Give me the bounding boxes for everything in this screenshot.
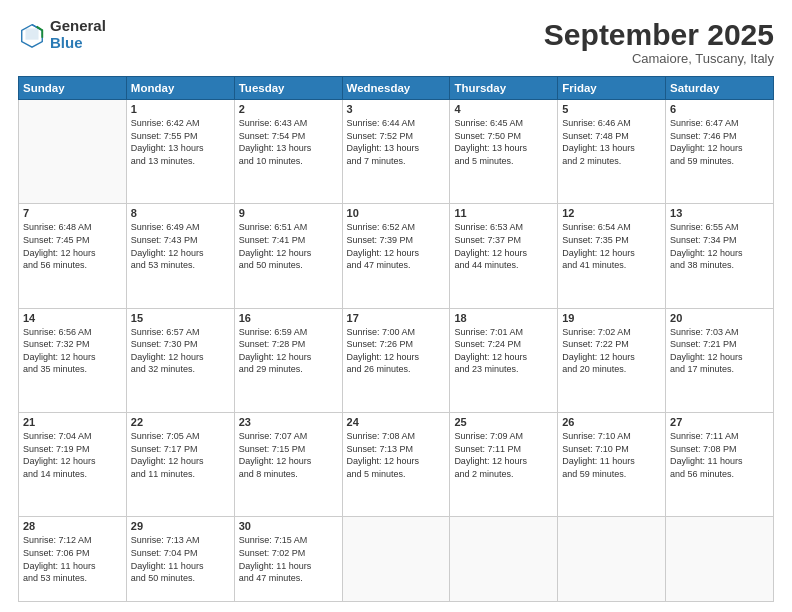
cell-details: Sunrise: 6:51 AMSunset: 7:41 PMDaylight:… xyxy=(239,221,338,271)
title-block: September 2025 Camaiore, Tuscany, Italy xyxy=(544,18,774,66)
location-subtitle: Camaiore, Tuscany, Italy xyxy=(544,51,774,66)
calendar-cell xyxy=(19,100,127,204)
calendar-cell: 10Sunrise: 6:52 AMSunset: 7:39 PMDayligh… xyxy=(342,204,450,308)
page: General Blue September 2025 Camaiore, Tu… xyxy=(0,0,792,612)
cell-details: Sunrise: 6:46 AMSunset: 7:48 PMDaylight:… xyxy=(562,117,661,167)
day-number: 27 xyxy=(670,416,769,428)
cell-details: Sunrise: 6:54 AMSunset: 7:35 PMDaylight:… xyxy=(562,221,661,271)
calendar-cell: 6Sunrise: 6:47 AMSunset: 7:46 PMDaylight… xyxy=(666,100,774,204)
calendar-cell: 24Sunrise: 7:08 AMSunset: 7:13 PMDayligh… xyxy=(342,412,450,516)
day-number: 15 xyxy=(131,312,230,324)
cell-details: Sunrise: 7:05 AMSunset: 7:17 PMDaylight:… xyxy=(131,430,230,480)
cell-details: Sunrise: 7:03 AMSunset: 7:21 PMDaylight:… xyxy=(670,326,769,376)
cell-details: Sunrise: 6:47 AMSunset: 7:46 PMDaylight:… xyxy=(670,117,769,167)
calendar-cell: 30Sunrise: 7:15 AMSunset: 7:02 PMDayligh… xyxy=(234,517,342,602)
cell-details: Sunrise: 6:56 AMSunset: 7:32 PMDaylight:… xyxy=(23,326,122,376)
day-number: 11 xyxy=(454,207,553,219)
day-number: 10 xyxy=(347,207,446,219)
week-row-4: 28Sunrise: 7:12 AMSunset: 7:06 PMDayligh… xyxy=(19,517,774,602)
day-number: 26 xyxy=(562,416,661,428)
cell-details: Sunrise: 6:43 AMSunset: 7:54 PMDaylight:… xyxy=(239,117,338,167)
day-number: 9 xyxy=(239,207,338,219)
cell-details: Sunrise: 6:42 AMSunset: 7:55 PMDaylight:… xyxy=(131,117,230,167)
day-number: 29 xyxy=(131,520,230,532)
calendar-cell: 23Sunrise: 7:07 AMSunset: 7:15 PMDayligh… xyxy=(234,412,342,516)
logo-text: General Blue xyxy=(50,18,106,51)
day-number: 18 xyxy=(454,312,553,324)
day-number: 7 xyxy=(23,207,122,219)
calendar-cell xyxy=(666,517,774,602)
cell-details: Sunrise: 6:48 AMSunset: 7:45 PMDaylight:… xyxy=(23,221,122,271)
days-header-row: SundayMondayTuesdayWednesdayThursdayFrid… xyxy=(19,77,774,100)
week-row-3: 21Sunrise: 7:04 AMSunset: 7:19 PMDayligh… xyxy=(19,412,774,516)
calendar-cell: 8Sunrise: 6:49 AMSunset: 7:43 PMDaylight… xyxy=(126,204,234,308)
day-number: 21 xyxy=(23,416,122,428)
cell-details: Sunrise: 7:00 AMSunset: 7:26 PMDaylight:… xyxy=(347,326,446,376)
calendar-cell: 26Sunrise: 7:10 AMSunset: 7:10 PMDayligh… xyxy=(558,412,666,516)
day-number: 13 xyxy=(670,207,769,219)
cell-details: Sunrise: 7:10 AMSunset: 7:10 PMDaylight:… xyxy=(562,430,661,480)
calendar-cell: 20Sunrise: 7:03 AMSunset: 7:21 PMDayligh… xyxy=(666,308,774,412)
cell-details: Sunrise: 6:44 AMSunset: 7:52 PMDaylight:… xyxy=(347,117,446,167)
calendar-cell: 5Sunrise: 6:46 AMSunset: 7:48 PMDaylight… xyxy=(558,100,666,204)
cell-details: Sunrise: 7:11 AMSunset: 7:08 PMDaylight:… xyxy=(670,430,769,480)
day-header-monday: Monday xyxy=(126,77,234,100)
calendar-cell: 1Sunrise: 6:42 AMSunset: 7:55 PMDaylight… xyxy=(126,100,234,204)
day-number: 12 xyxy=(562,207,661,219)
calendar-cell: 11Sunrise: 6:53 AMSunset: 7:37 PMDayligh… xyxy=(450,204,558,308)
day-number: 19 xyxy=(562,312,661,324)
calendar-cell: 3Sunrise: 6:44 AMSunset: 7:52 PMDaylight… xyxy=(342,100,450,204)
day-header-tuesday: Tuesday xyxy=(234,77,342,100)
calendar-cell xyxy=(342,517,450,602)
day-header-friday: Friday xyxy=(558,77,666,100)
cell-details: Sunrise: 6:52 AMSunset: 7:39 PMDaylight:… xyxy=(347,221,446,271)
calendar-cell xyxy=(558,517,666,602)
cell-details: Sunrise: 7:13 AMSunset: 7:04 PMDaylight:… xyxy=(131,534,230,584)
day-header-wednesday: Wednesday xyxy=(342,77,450,100)
cell-details: Sunrise: 6:59 AMSunset: 7:28 PMDaylight:… xyxy=(239,326,338,376)
day-number: 5 xyxy=(562,103,661,115)
calendar-cell: 22Sunrise: 7:05 AMSunset: 7:17 PMDayligh… xyxy=(126,412,234,516)
month-title: September 2025 xyxy=(544,18,774,51)
calendar-cell: 18Sunrise: 7:01 AMSunset: 7:24 PMDayligh… xyxy=(450,308,558,412)
day-number: 4 xyxy=(454,103,553,115)
cell-details: Sunrise: 7:12 AMSunset: 7:06 PMDaylight:… xyxy=(23,534,122,584)
calendar-cell: 4Sunrise: 6:45 AMSunset: 7:50 PMDaylight… xyxy=(450,100,558,204)
calendar-cell: 29Sunrise: 7:13 AMSunset: 7:04 PMDayligh… xyxy=(126,517,234,602)
calendar-cell: 16Sunrise: 6:59 AMSunset: 7:28 PMDayligh… xyxy=(234,308,342,412)
header: General Blue September 2025 Camaiore, Tu… xyxy=(18,18,774,66)
calendar-cell: 28Sunrise: 7:12 AMSunset: 7:06 PMDayligh… xyxy=(19,517,127,602)
day-number: 28 xyxy=(23,520,122,532)
day-number: 25 xyxy=(454,416,553,428)
calendar-table: SundayMondayTuesdayWednesdayThursdayFrid… xyxy=(18,76,774,602)
cell-details: Sunrise: 6:45 AMSunset: 7:50 PMDaylight:… xyxy=(454,117,553,167)
cell-details: Sunrise: 7:01 AMSunset: 7:24 PMDaylight:… xyxy=(454,326,553,376)
day-header-thursday: Thursday xyxy=(450,77,558,100)
calendar-cell: 25Sunrise: 7:09 AMSunset: 7:11 PMDayligh… xyxy=(450,412,558,516)
day-number: 22 xyxy=(131,416,230,428)
day-number: 14 xyxy=(23,312,122,324)
logo-icon xyxy=(18,21,46,49)
calendar-cell: 12Sunrise: 6:54 AMSunset: 7:35 PMDayligh… xyxy=(558,204,666,308)
calendar-cell: 7Sunrise: 6:48 AMSunset: 7:45 PMDaylight… xyxy=(19,204,127,308)
cell-details: Sunrise: 6:55 AMSunset: 7:34 PMDaylight:… xyxy=(670,221,769,271)
cell-details: Sunrise: 7:07 AMSunset: 7:15 PMDaylight:… xyxy=(239,430,338,480)
cell-details: Sunrise: 7:04 AMSunset: 7:19 PMDaylight:… xyxy=(23,430,122,480)
day-number: 8 xyxy=(131,207,230,219)
calendar-cell: 15Sunrise: 6:57 AMSunset: 7:30 PMDayligh… xyxy=(126,308,234,412)
cell-details: Sunrise: 7:08 AMSunset: 7:13 PMDaylight:… xyxy=(347,430,446,480)
day-number: 2 xyxy=(239,103,338,115)
day-number: 23 xyxy=(239,416,338,428)
calendar-cell: 13Sunrise: 6:55 AMSunset: 7:34 PMDayligh… xyxy=(666,204,774,308)
week-row-0: 1Sunrise: 6:42 AMSunset: 7:55 PMDaylight… xyxy=(19,100,774,204)
week-row-1: 7Sunrise: 6:48 AMSunset: 7:45 PMDaylight… xyxy=(19,204,774,308)
calendar-cell: 19Sunrise: 7:02 AMSunset: 7:22 PMDayligh… xyxy=(558,308,666,412)
day-number: 30 xyxy=(239,520,338,532)
week-row-2: 14Sunrise: 6:56 AMSunset: 7:32 PMDayligh… xyxy=(19,308,774,412)
calendar-cell: 2Sunrise: 6:43 AMSunset: 7:54 PMDaylight… xyxy=(234,100,342,204)
logo-blue-text: Blue xyxy=(50,35,106,52)
calendar-cell: 21Sunrise: 7:04 AMSunset: 7:19 PMDayligh… xyxy=(19,412,127,516)
cell-details: Sunrise: 7:02 AMSunset: 7:22 PMDaylight:… xyxy=(562,326,661,376)
cell-details: Sunrise: 7:15 AMSunset: 7:02 PMDaylight:… xyxy=(239,534,338,584)
logo: General Blue xyxy=(18,18,106,51)
